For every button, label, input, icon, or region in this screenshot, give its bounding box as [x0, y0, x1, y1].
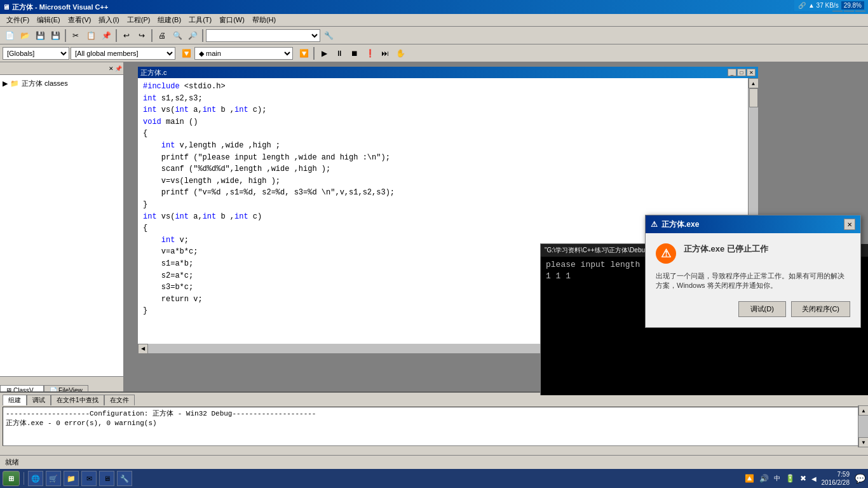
editor-close-btn[interactable]: ✕	[747, 69, 756, 76]
tray-x-icon: ✖	[800, 474, 806, 483]
editor-minimize-btn[interactable]: _	[728, 69, 736, 76]
left-panel-content: ▶ 📁 正方体 classes	[0, 75, 123, 376]
sep-4	[202, 29, 203, 42]
taskbar-icon-store[interactable]: 🛒	[46, 471, 61, 486]
error-dialog-title: ⚠ 正方体.exe ✕	[646, 215, 860, 233]
code-line-7: scanf ("%d%d%d",length ,wide ,high );	[143, 163, 743, 175]
save-btn[interactable]: 💾	[33, 29, 47, 43]
debug-tab[interactable]: 调试	[27, 395, 51, 405]
new-file-btn[interactable]: 📄	[3, 29, 17, 43]
filter-btn[interactable]: 🔽	[179, 46, 193, 60]
menu-help[interactable]: 帮助(H)	[248, 14, 280, 26]
editor-title-bar: 正方体.c _ □ ✕	[138, 67, 758, 78]
stop-btn[interactable]: ⏹	[348, 46, 362, 60]
menu-window[interactable]: 窗口(W)	[215, 14, 248, 26]
bottom-scroll-up[interactable]: ▲	[858, 405, 868, 416]
error-sub-text: 出现了一个问题，导致程序停止正常工作。如果有可用的解决方案，Windows 将关…	[656, 271, 850, 291]
error-main-text: 正方体.exe 已停止工作	[684, 243, 768, 255]
tray-volume-icon[interactable]: 🔊	[759, 474, 769, 483]
menu-build[interactable]: 组建(B)	[154, 14, 185, 26]
error-dialog-title-text: ⚠ 正方体.exe	[651, 219, 699, 230]
windows-icon: ⊞	[8, 475, 14, 483]
tray-input-icon: 中	[774, 474, 780, 483]
step-btn[interactable]: ⏭	[378, 46, 392, 60]
exclaim-btn[interactable]: ❗	[363, 46, 377, 60]
toolbar-1: 📄 📂 💾 💾 ✂ 📋 📌 ↩ ↪ 🖨 🔍 🔎 🔧	[0, 27, 868, 44]
members-combo[interactable]: [All global members]	[71, 47, 175, 60]
code-line-6: printf ("please input length ,wide and h…	[143, 152, 743, 164]
menu-bar: 文件(F) 编辑(E) 查看(V) 插入(I) 工程(P) 组建(B) 工具(T…	[0, 14, 868, 27]
close-program-button[interactable]: 关闭程序(C)	[791, 301, 850, 317]
left-panel-toolbar: ✕ 📌	[0, 62, 123, 75]
tree-root[interactable]: ▶ 📁 正方体 classes	[3, 78, 121, 90]
toolbar-2: [Globals] [All global members] 🔽 ◆ main …	[0, 44, 868, 62]
menu-project[interactable]: 工程(P)	[123, 14, 154, 26]
function-combo[interactable]: ◆ main	[194, 47, 293, 60]
config-line: --------------------Configuration: 正方体 -…	[6, 409, 862, 418]
code-line-0: #include <stdio.h>	[143, 81, 743, 93]
sep-3	[151, 29, 153, 42]
taskbar-icon-monitor[interactable]: 🖥	[99, 471, 114, 486]
menu-edit[interactable]: 编辑(E)	[33, 14, 64, 26]
error-dialog-body: ⚠ 正方体.exe 已停止工作 出现了一个问题，导致程序停止正常工作。如果有可用…	[646, 233, 860, 327]
taskbar: ⊞ 🌐 🛒 📁 ✉ 🖥 🔧 🔼 🔊 中 🔋 ✖ ◀ 7:59 2016/2/28…	[0, 469, 868, 488]
error-dialog-buttons: 调试(D) 关闭程序(C)	[656, 301, 850, 317]
tray-arrow-icon: ◀	[811, 475, 817, 482]
pause-btn[interactable]: ⏸	[332, 46, 346, 60]
scroll-up-btn[interactable]: ▲	[749, 78, 759, 88]
code-line-4: {	[143, 128, 743, 140]
tray-notif-icon[interactable]: 💬	[855, 473, 865, 484]
bottom-vscrollbar[interactable]: ▲ ▼	[858, 405, 868, 447]
bottom-scroll-down[interactable]: ▼	[858, 437, 868, 447]
globals-combo[interactable]: [Globals]	[3, 47, 69, 60]
func-filter-btn[interactable]: 🔽	[297, 46, 311, 60]
taskbar-icon-mail[interactable]: ✉	[81, 471, 97, 486]
taskbar-icon-folder[interactable]: 📁	[64, 471, 79, 486]
menu-insert[interactable]: 插入(I)	[95, 14, 123, 26]
find-in-file2-tab[interactable]: 在文件	[104, 395, 135, 405]
error-icon-row: ⚠ 正方体.exe 已停止工作	[656, 243, 850, 264]
menu-file[interactable]: 文件(F)	[3, 14, 33, 26]
search-combo[interactable]	[206, 29, 320, 42]
scroll-left-btn[interactable]: ◀	[138, 344, 148, 354]
search-btn[interactable]: 🔎	[186, 29, 200, 43]
debug-button[interactable]: 调试(D)	[738, 301, 786, 317]
panel-pin-icon[interactable]: 📌	[115, 65, 122, 72]
save-all-btn[interactable]: 💾	[48, 29, 62, 43]
find-in-file1-tab[interactable]: 在文件1中查找	[51, 395, 104, 405]
error-dialog-close-btn[interactable]: ✕	[844, 219, 855, 230]
error-dialog-icon: ⚠	[651, 220, 658, 229]
search-exec-btn[interactable]: 🔧	[322, 29, 336, 43]
menu-view[interactable]: 查看(V)	[64, 14, 95, 26]
start-button[interactable]: ⊞	[3, 471, 20, 486]
tree-folder-icon: 📁	[10, 79, 19, 88]
code-line-2: int vs(int a,int b ,int c);	[143, 104, 743, 116]
print-btn[interactable]: 🖨	[155, 29, 169, 43]
menu-tools[interactable]: 工具(T)	[185, 14, 215, 26]
editor-maximize-btn[interactable]: □	[737, 69, 746, 76]
open-file-btn[interactable]: 📂	[18, 29, 32, 43]
code-line-8: v=vs(length ,wide, high );	[143, 175, 743, 187]
clock: 7:59 2016/2/28	[822, 470, 850, 487]
build-tab[interactable]: 组建	[3, 395, 27, 405]
undo-btn[interactable]: ↩	[119, 29, 133, 43]
taskbar-icon-edge[interactable]: 🌐	[28, 471, 43, 486]
cut-btn[interactable]: ✂	[69, 29, 83, 43]
title-bar: 🖥 正方体 - Microsoft Visual C++ 🔗 ▲ 37 KB/s…	[0, 0, 868, 14]
editor-title-controls: _ □ ✕	[728, 69, 756, 76]
tray-battery-icon: 🔋	[785, 474, 795, 483]
scroll-knob[interactable]	[749, 88, 758, 107]
run-btn[interactable]: ▶	[317, 46, 331, 60]
build-output: --------------------Configuration: 正方体 -…	[3, 407, 865, 446]
hand-btn[interactable]: ✋	[393, 46, 407, 60]
find-btn[interactable]: 🔍	[170, 29, 184, 43]
redo-btn[interactable]: ↪	[135, 29, 149, 43]
tree-label: 正方体 classes	[22, 79, 68, 88]
copy-btn[interactable]: 📋	[84, 29, 98, 43]
taskbar-sep-1	[24, 472, 24, 485]
code-line-9: printf ("v=%d ,s1=%d, s2=%d, s3=%d \n",v…	[143, 187, 743, 199]
taskbar-icon-vc[interactable]: 🔧	[117, 471, 132, 486]
panel-close-icon[interactable]: ✕	[109, 65, 114, 72]
network-badge: 🔗 ▲ 37 KB/s 29.8%	[794, 0, 868, 11]
paste-btn[interactable]: 📌	[99, 29, 113, 43]
